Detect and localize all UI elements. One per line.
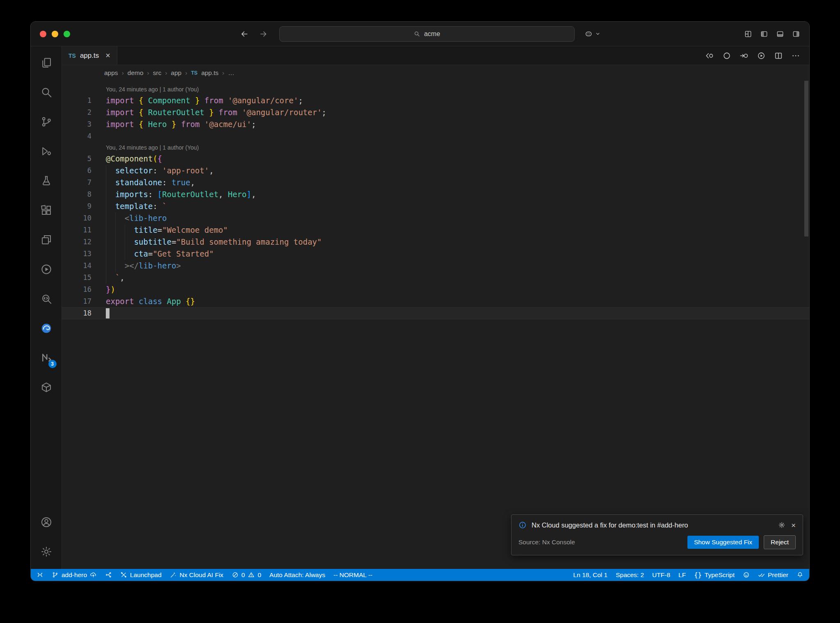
- code-line-14[interactable]: 14 ></lib-hero>: [62, 260, 809, 272]
- code-line-6[interactable]: 6 selector: 'app-root',: [62, 165, 809, 177]
- editor-actions: [705, 46, 809, 65]
- activity-bar-item-containers[interactable]: [31, 373, 62, 402]
- code-line-11[interactable]: 11 title="Welcmoe demo": [62, 224, 809, 236]
- activity-bar-item-source-control[interactable]: [31, 107, 62, 136]
- toggle-primary-sidebar-icon[interactable]: [760, 30, 768, 38]
- code-line-17[interactable]: 17export class App {}: [62, 296, 809, 307]
- launchpad-label: Launchpad: [130, 571, 162, 579]
- code-line-12[interactable]: 12 subtitle="Build something amazing tod…: [62, 236, 809, 248]
- tab-app-ts[interactable]: TS app.ts ×: [62, 46, 117, 65]
- close-tab-icon[interactable]: ×: [105, 51, 110, 60]
- minimize-window-button[interactable]: [52, 31, 58, 37]
- nx-cloud-fix-label: Nx Cloud AI Fix: [180, 571, 224, 579]
- activity-bar-item-testing[interactable]: [31, 166, 62, 196]
- language-mode-status[interactable]: {} TypeScript: [690, 569, 739, 581]
- scrollbar-thumb[interactable]: [804, 81, 808, 236]
- remote-indicator[interactable]: [32, 569, 48, 581]
- gear-icon: [40, 546, 52, 558]
- code-editor[interactable]: You, 24 minutes ago | 1 author (You)1imp…: [62, 81, 809, 569]
- breadcrumb-item[interactable]: apps: [104, 69, 118, 77]
- code-line-18[interactable]: 18: [62, 307, 809, 319]
- cursor-position-status[interactable]: Ln 18, Col 1: [569, 569, 612, 581]
- navigate-back-icon[interactable]: [240, 30, 249, 39]
- nx-cloud-fix-button[interactable]: Nx Cloud AI Fix: [166, 569, 228, 581]
- activity-bar-item-settings[interactable]: [31, 537, 62, 566]
- activity-bar-item-edge-devtools[interactable]: [31, 314, 62, 343]
- code-line-9[interactable]: 9 template: `: [62, 200, 809, 212]
- toggle-secondary-sidebar-icon[interactable]: [792, 30, 800, 38]
- code-line-13[interactable]: 13 cta="Get Started": [62, 248, 809, 260]
- code-line-7[interactable]: 7 standalone: true,: [62, 177, 809, 189]
- line-content: template: `: [106, 200, 809, 212]
- eol-status[interactable]: LF: [674, 569, 690, 581]
- activity-bar-item-explorer[interactable]: [31, 48, 62, 77]
- encoding-status[interactable]: UTF-8: [648, 569, 674, 581]
- chevron-right-icon: ›: [122, 69, 124, 77]
- breadcrumb-item[interactable]: src: [153, 69, 162, 77]
- breadcrumb-item[interactable]: …: [228, 69, 235, 77]
- files-icon: [40, 57, 52, 69]
- code-line-16[interactable]: 16}): [62, 284, 809, 296]
- notification-close-icon[interactable]: ×: [791, 521, 796, 529]
- run-target-icon[interactable]: [757, 51, 766, 60]
- show-suggested-fix-button[interactable]: Show Suggested Fix: [687, 536, 759, 549]
- problems-status[interactable]: 0 0: [228, 569, 265, 581]
- reject-button[interactable]: Reject: [764, 535, 796, 549]
- open-changes-icon[interactable]: [705, 51, 714, 60]
- activity-bar-item-code-search[interactable]: [31, 284, 62, 314]
- line-content: `,: [106, 272, 809, 284]
- git-graph-button[interactable]: [101, 569, 116, 581]
- account-icon: [40, 516, 52, 528]
- git-branch-status[interactable]: add-hero: [48, 569, 101, 581]
- launchpad-button[interactable]: Launchpad: [116, 569, 166, 581]
- split-editor-icon[interactable]: [774, 51, 783, 60]
- activity-bar-item-task-runner[interactable]: [31, 255, 62, 284]
- customize-layout-icon[interactable]: [744, 30, 752, 38]
- navigate-forward-icon[interactable]: [259, 30, 268, 39]
- line-content: import { Component } from '@angular/core…: [106, 95, 809, 107]
- git-graph-icon: [105, 571, 112, 578]
- copilot-menu-button[interactable]: [584, 30, 600, 39]
- notification-settings-gear-icon[interactable]: [778, 521, 785, 529]
- toggle-panel-icon[interactable]: [776, 30, 784, 38]
- auto-attach-status[interactable]: Auto Attach: Always: [265, 569, 329, 581]
- formatter-status[interactable]: Prettier: [754, 569, 792, 581]
- maximize-window-button[interactable]: [64, 31, 70, 37]
- more-actions-icon[interactable]: [791, 51, 800, 60]
- formatter-label: Prettier: [768, 571, 788, 579]
- activity-bar-item-run-debug[interactable]: [31, 136, 62, 166]
- code-line-10[interactable]: 10 <lib-hero: [62, 212, 809, 224]
- activity-bar-item-extensions[interactable]: [31, 196, 62, 225]
- activity-bar-item-search[interactable]: [31, 77, 62, 107]
- breadcrumb-item[interactable]: demo: [128, 69, 144, 77]
- circle-outline-icon[interactable]: [722, 51, 731, 60]
- editor-scrollbar[interactable]: [803, 81, 809, 569]
- activity-bar-item-remote-explorer[interactable]: [31, 225, 62, 255]
- code-line-5[interactable]: 5@Component({: [62, 153, 809, 165]
- code-line-2[interactable]: 2import { RouterOutlet } from '@angular/…: [62, 107, 809, 118]
- notifications-button[interactable]: [792, 569, 808, 581]
- activity-bar-item-nx-console[interactable]: 3: [31, 343, 62, 373]
- remote-icon: [37, 571, 43, 578]
- code-line-1[interactable]: 1import { Component } from '@angular/cor…: [62, 95, 809, 107]
- codelens-row[interactable]: You, 24 minutes ago | 1 author (You): [62, 84, 809, 95]
- breadcrumb-item[interactable]: app.ts: [201, 69, 219, 77]
- close-window-button[interactable]: [40, 31, 46, 37]
- cube-icon: [40, 381, 52, 393]
- code-line-3[interactable]: 3import { Hero } from '@acme/ui';: [62, 118, 809, 130]
- codelens-row[interactable]: You, 24 minutes ago | 1 author (You): [62, 142, 809, 153]
- code-line-8[interactable]: 8 imports: [RouterOutlet, Hero],: [62, 189, 809, 200]
- command-center-search[interactable]: acme: [279, 26, 575, 42]
- indentation-status[interactable]: Spaces: 2: [612, 569, 648, 581]
- activity-bar-item-accounts[interactable]: [31, 507, 62, 537]
- breadcrumb-item[interactable]: app: [171, 69, 182, 77]
- code-line-15[interactable]: 15 `,: [62, 272, 809, 284]
- arrow-circle-icon[interactable]: [740, 51, 749, 60]
- indent-guide: [125, 248, 125, 260]
- indent-guide: [125, 224, 125, 236]
- code-line-4[interactable]: 4: [62, 130, 809, 142]
- vim-mode-indicator[interactable]: -- NORMAL --: [329, 569, 377, 581]
- line-content: selector: 'app-root',: [106, 165, 809, 177]
- line-content: [106, 307, 809, 319]
- feedback-button[interactable]: [739, 569, 754, 581]
